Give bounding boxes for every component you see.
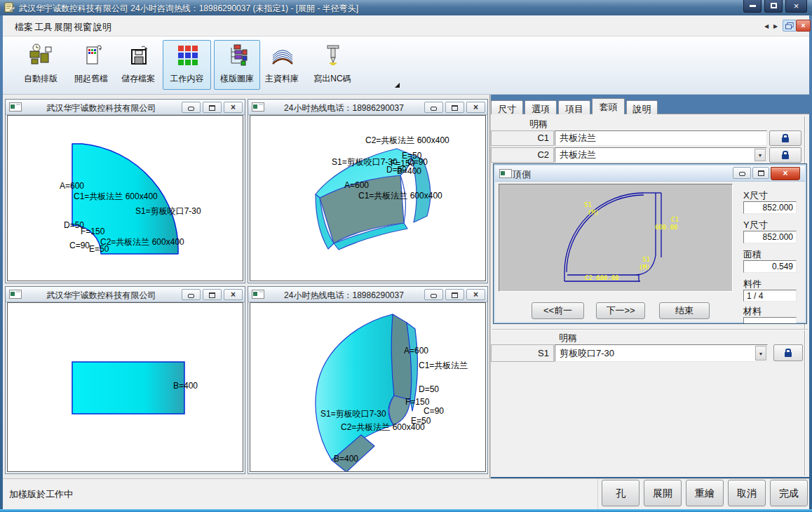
mdi-back-arrow-icon[interactable]: ◀	[764, 23, 769, 29]
row-combo-c2[interactable]: 共板法兰 ▼	[555, 147, 767, 163]
material-field[interactable]	[743, 317, 797, 324]
child-window-title: 24小时热线电话：18986290037	[268, 290, 420, 302]
main-database-icon	[270, 43, 295, 67]
iso-view-drawing-2: A=600C1=共板法兰D=50F=150C=90S1=剪板咬口7-30E=50…	[250, 302, 486, 472]
part-count-field[interactable]: 1 / 4	[743, 290, 797, 302]
lock-button-s1[interactable]	[773, 344, 803, 361]
row-combo-s1[interactable]: 剪板咬口7-30 ▼	[555, 344, 768, 362]
dimension-label: A=600	[344, 180, 369, 190]
dimension-label: C1	[671, 216, 679, 223]
lock-icon	[782, 137, 789, 142]
dimension-label: 600.00	[655, 224, 678, 231]
area-field[interactable]: 0.549	[743, 260, 797, 273]
dimension-label: C2=共板法兰 600x400	[365, 135, 449, 147]
child-close-button[interactable]: ×	[224, 289, 243, 300]
maximize-button[interactable]	[764, 0, 783, 13]
y-size-label: Y尺寸	[743, 219, 768, 231]
end-button[interactable]: 结束	[659, 302, 710, 319]
dimension-label: C1=共板法兰 600x400	[358, 190, 442, 202]
child-close-button[interactable]: ×	[466, 102, 485, 113]
child-maximize-button[interactable]	[445, 289, 464, 300]
mdi-restore-button[interactable]	[783, 20, 797, 32]
y-size-field[interactable]: 852.000	[743, 231, 797, 243]
child-minimize-button[interactable]	[424, 102, 443, 113]
main-titlebar[interactable]: 武汉华宇诚数控科技有限公司 24小时咨询热线：18986290037 (未指定1…	[0, 0, 812, 15]
dimension-label: A=600	[60, 181, 84, 191]
mdi-close-button[interactable]: ×	[796, 20, 811, 32]
previous-button[interactable]: <<前一	[532, 302, 584, 319]
panel-separator	[492, 329, 808, 330]
child-maximize-button[interactable]	[445, 102, 464, 113]
child-minimize-button[interactable]	[182, 289, 201, 300]
unfold-button[interactable]: 展開	[644, 480, 682, 506]
dimension-label: S1=剪板咬口7-30	[135, 206, 201, 217]
dialog-close-button[interactable]: ×	[771, 167, 800, 180]
child-window-iso-view-1: 24小时热线电话：18986290037 × C2=共板法兰 600x400S	[248, 99, 488, 283]
name-column-header: 明稱	[529, 118, 548, 130]
toolbar-job-content-button[interactable]: 工作内容	[163, 40, 211, 90]
tab-collar[interactable]: 套頭	[592, 98, 625, 114]
tab-items[interactable]: 項目	[558, 100, 590, 114]
dimension-label: A=600	[404, 346, 428, 356]
toolbar-auto-nest-button[interactable]: 自動排版	[18, 40, 64, 90]
child-titlebar[interactable]: 武汉华宇诚数控科技有限公司 ×	[6, 287, 245, 302]
open-file-icon	[79, 43, 104, 67]
dimension-label: C2 600.00	[585, 274, 619, 281]
child-close-button[interactable]: ×	[466, 289, 485, 300]
dialog-maximize-button[interactable]	[752, 167, 769, 179]
job-content-icon	[175, 43, 201, 67]
toolbar-main-database-button[interactable]: 主資料庫	[259, 40, 305, 90]
row-key-c2: C2	[491, 147, 554, 163]
dialog-minimize-button[interactable]	[733, 167, 751, 179]
row-key-c1: C1	[491, 130, 554, 146]
child-titlebar[interactable]: 24小时热线电话：18986290037 ×	[248, 287, 487, 302]
redraw-button[interactable]: 重繪	[686, 480, 724, 506]
child-window-icon	[9, 290, 22, 299]
lock-button-c2[interactable]	[769, 147, 801, 163]
mdi-forward-arrow-icon[interactable]: ▶	[773, 23, 778, 29]
child-minimize-button[interactable]	[182, 102, 201, 113]
lock-button-c1[interactable]	[769, 130, 801, 146]
window-bottom-frame	[0, 509, 812, 512]
minimize-button[interactable]	[743, 0, 762, 13]
child-maximize-button[interactable]	[203, 289, 222, 300]
menu-help[interactable]: 說明	[91, 20, 114, 34]
iso-shape-2	[250, 303, 486, 472]
child-titlebar[interactable]: 24小时热线电话：18986290037 ×	[248, 100, 487, 115]
profile-preview-canvas: S1(M)C1600.00S1(M)C2 600.00	[499, 184, 733, 292]
window-title: 武汉华宇诚数控科技有限公司 24小时咨询热线：18986290037 (未指定1…	[19, 3, 358, 15]
toolbar-corner-marker-icon	[395, 83, 400, 88]
dimension-label: C=90	[407, 157, 428, 167]
combo-value: 剪板咬口7-30	[560, 348, 614, 358]
lock-icon	[785, 352, 792, 357]
toolbar-write-nc-button[interactable]: 寫出NC碼	[309, 40, 356, 90]
next-button[interactable]: 下一>>	[596, 302, 645, 319]
row-key-s1: S1	[491, 344, 554, 362]
toolbar: 自動排版 開起舊檔 儲存檔案 工作内容 樣版圖庫	[3, 36, 809, 95]
child-minimize-button[interactable]	[424, 289, 443, 300]
cancel-button[interactable]: 取消	[728, 480, 766, 506]
child-close-button[interactable]: ×	[224, 102, 243, 113]
toolbar-template-library-button[interactable]: 樣版圖庫	[214, 40, 260, 90]
dimension-label: S1=剪板咬口7-30	[320, 408, 386, 420]
child-titlebar[interactable]: 武汉华宇诚数控科技有限公司 ×	[6, 100, 245, 115]
child-window-side-panel: 武汉华宇诚数控科技有限公司 × B=400	[5, 286, 245, 474]
chevron-down-icon[interactable]: ▼	[755, 346, 766, 361]
child-maximize-button[interactable]	[203, 102, 222, 113]
tab-notes[interactable]: 說明	[626, 100, 658, 114]
dialog-titlebar[interactable]: 頂側 ×	[495, 166, 805, 182]
toolbar-open-file-button[interactable]: 開起舊檔	[68, 40, 114, 90]
tab-dimensions[interactable]: 尺寸	[491, 100, 523, 114]
close-button[interactable]: ×	[785, 0, 807, 13]
row-value-c1[interactable]: 共板法兰	[555, 130, 767, 146]
chevron-down-icon[interactable]: ▼	[755, 149, 766, 161]
child-window-flat-pattern: 武汉华宇诚数控科技有限公司 × A=600C1=共板法兰 600x400S1=剪…	[5, 99, 245, 283]
finish-button[interactable]: 完成	[770, 480, 808, 506]
tab-options[interactable]: 選項	[525, 100, 557, 114]
toolbar-save-file-button[interactable]: 儲存檔案	[115, 40, 161, 90]
hole-button[interactable]: 孔	[602, 480, 640, 506]
dimension-label: C=90	[424, 406, 444, 416]
dimension-label: B=400	[397, 166, 421, 176]
x-size-field[interactable]: 852.000	[743, 201, 797, 214]
dimension-label: C1=共板法兰	[419, 360, 468, 372]
